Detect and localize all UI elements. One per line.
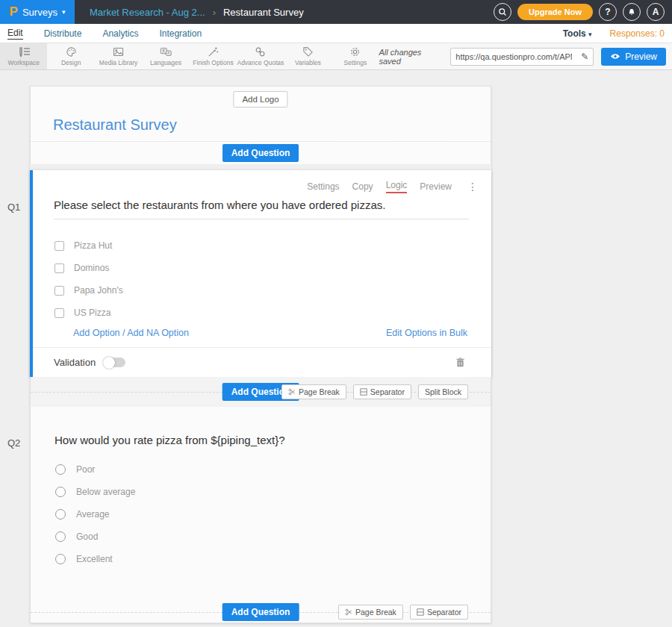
- checkbox[interactable]: [55, 241, 64, 251]
- toolbar-item-workspace[interactable]: Workspace: [0, 43, 47, 69]
- eye-icon: [610, 53, 620, 60]
- separator-icon: [360, 388, 367, 396]
- question-copy-link[interactable]: Copy: [352, 181, 373, 192]
- tools-label: Tools: [563, 28, 586, 39]
- page-break-label: Page Break: [355, 608, 396, 617]
- toolbar-item-label: Media Library: [99, 59, 138, 66]
- svg-text:A: A: [167, 51, 170, 55]
- tab-edit[interactable]: Edit: [7, 28, 23, 40]
- tab-distribute[interactable]: Distribute: [44, 28, 82, 39]
- radio-button[interactable]: [55, 531, 66, 542]
- workspace-icon: [17, 46, 31, 57]
- search-icon: [498, 7, 507, 16]
- radio-button[interactable]: [55, 487, 66, 497]
- toolbar-item-label: Settings: [343, 59, 367, 66]
- toolbar-item-settings[interactable]: Settings: [332, 43, 379, 69]
- save-status: All changes saved: [379, 48, 444, 66]
- header-actions: Upgrade Now ? A: [494, 3, 672, 21]
- question-1-card[interactable]: Settings Copy Logic Preview ⋮ Please sel…: [30, 170, 491, 377]
- kebab-menu-icon[interactable]: ⋮: [467, 181, 478, 193]
- breadcrumb-current[interactable]: Restaurant Survey: [223, 7, 304, 18]
- separator-button[interactable]: Separator: [353, 384, 411, 399]
- checkbox-option-row: Dominos: [55, 257, 491, 279]
- toolbar-item-finish-options[interactable]: Finish Options: [190, 43, 237, 69]
- breadcrumb: Market Research - Aug 2... › Restaurant …: [90, 7, 304, 18]
- radio-option-row: Excellent: [55, 548, 491, 570]
- add-logo-button[interactable]: Add Logo: [233, 91, 287, 107]
- validation-toggle[interactable]: [105, 358, 125, 367]
- checkbox[interactable]: [55, 308, 64, 318]
- option-label[interactable]: Poor: [76, 464, 95, 475]
- question-2-card[interactable]: How would you rate pizza from ${piping_t…: [30, 407, 491, 601]
- notifications-button[interactable]: [623, 3, 641, 21]
- toolbar-item-media-library[interactable]: Media Library: [95, 43, 142, 69]
- toolbar-item-label: Workspace: [8, 59, 40, 66]
- search-button[interactable]: [494, 3, 511, 21]
- question-settings-link[interactable]: Settings: [307, 181, 339, 192]
- option-label[interactable]: Papa John's: [74, 285, 123, 296]
- responses-count[interactable]: Responses: 0: [610, 28, 665, 39]
- question-number-q1: Q1: [7, 202, 20, 213]
- chain-link-icon: [255, 46, 266, 57]
- delete-question-button[interactable]: [456, 358, 464, 367]
- insert-strip-middle: Add Question Page Break Separator Split …: [30, 377, 491, 407]
- toolbar-item-languages[interactable]: A Languages: [142, 43, 189, 69]
- survey-url-input[interactable]: [451, 52, 576, 61]
- toolbar-item-label: Languages: [150, 59, 181, 66]
- question-logic-link[interactable]: Logic: [386, 180, 408, 193]
- option-label[interactable]: Excellent: [76, 554, 113, 564]
- edit-options-in-bulk-link[interactable]: Edit Options in Bulk: [386, 328, 467, 338]
- trash-icon: [456, 358, 464, 367]
- option-label[interactable]: Dominos: [74, 263, 109, 273]
- option-label[interactable]: Below average: [76, 487, 135, 497]
- tools-menu[interactable]: Tools ▾: [563, 28, 592, 39]
- toolbar-item-advance-quotas[interactable]: Advance Quotas: [237, 43, 284, 69]
- survey-card: Add Logo Restaurant Survey Add Question …: [30, 86, 491, 623]
- question-1-text[interactable]: Please select the restaurants from where…: [54, 199, 469, 219]
- account-avatar[interactable]: A: [647, 3, 665, 21]
- breadcrumb-folder[interactable]: Market Research - Aug 2...: [90, 7, 205, 18]
- radio-button[interactable]: [55, 464, 66, 475]
- option-label[interactable]: US Pizza: [74, 308, 111, 318]
- tab-integration[interactable]: Integration: [159, 28, 202, 39]
- split-block-button[interactable]: Split Block: [418, 384, 468, 399]
- toolbar-item-label: Variables: [295, 59, 321, 66]
- add-option-link[interactable]: Add Option / Add NA Option: [73, 328, 189, 338]
- question-1-options: Pizza Hut Dominos Papa John's US Pizza: [55, 234, 491, 324]
- checkbox[interactable]: [55, 263, 64, 273]
- question-2-text[interactable]: How would you rate pizza from ${piping_t…: [31, 407, 491, 446]
- radio-button[interactable]: [55, 509, 66, 520]
- insert-buttons: Page Break Separator Split Block: [281, 384, 468, 399]
- option-label[interactable]: Pizza Hut: [74, 240, 112, 251]
- preview-button[interactable]: Preview: [601, 48, 666, 66]
- image-icon: [113, 46, 124, 57]
- checkbox-option-row: Papa John's: [55, 279, 491, 302]
- split-block-label: Split Block: [425, 387, 461, 396]
- separator-label: Separator: [427, 608, 461, 617]
- add-question-button[interactable]: Add Question: [223, 603, 299, 621]
- add-question-button[interactable]: Add Question: [223, 144, 299, 162]
- help-button[interactable]: ?: [599, 3, 617, 21]
- translate-icon: A: [160, 46, 172, 57]
- question-preview-link[interactable]: Preview: [420, 181, 452, 192]
- question-number-q2: Q2: [7, 437, 20, 449]
- survey-header-block: Add Logo Restaurant Survey: [30, 86, 491, 142]
- survey-title[interactable]: Restaurant Survey: [53, 116, 177, 134]
- questionpro-survey-editor: P Surveys ▾ Market Research - Aug 2... ›…: [0, 0, 672, 627]
- separator-button[interactable]: Separator: [410, 605, 468, 620]
- preview-label: Preview: [625, 52, 657, 62]
- bell-icon: [627, 7, 636, 17]
- option-label[interactable]: Good: [76, 531, 98, 542]
- tab-analytics[interactable]: Analytics: [102, 28, 138, 39]
- survey-canvas: Q1 Q2 Add Logo Restaurant Survey Add Que…: [0, 70, 672, 627]
- edit-url-icon[interactable]: ✎: [576, 52, 593, 62]
- toolbar-item-variables[interactable]: Variables: [284, 43, 332, 69]
- page-break-button[interactable]: Page Break: [338, 605, 403, 620]
- page-break-button[interactable]: Page Break: [281, 384, 346, 399]
- checkbox[interactable]: [55, 286, 64, 296]
- option-label[interactable]: Average: [76, 509, 109, 520]
- surveys-app-menu[interactable]: P Surveys ▾: [0, 0, 75, 24]
- toolbar-item-design[interactable]: Design: [47, 43, 94, 69]
- radio-button[interactable]: [55, 554, 66, 564]
- upgrade-button[interactable]: Upgrade Now: [517, 4, 593, 20]
